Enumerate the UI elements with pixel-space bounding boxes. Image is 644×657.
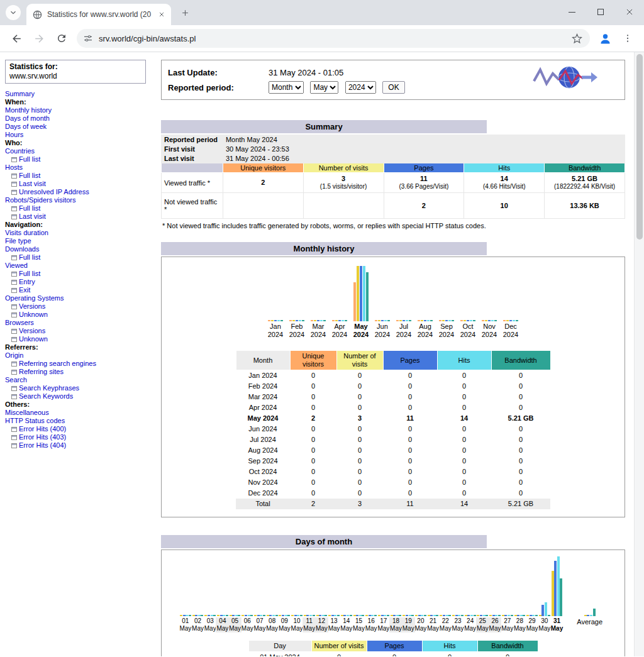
sidebar-item-countries[interactable]: Countries	[5, 147, 156, 155]
forward-button[interactable]	[29, 28, 49, 48]
bandwidth-bar	[374, 615, 377, 616]
sidebar-item-last-visit[interactable]: Last visit	[5, 213, 156, 221]
sidebar-item-downloads[interactable]: Downloads	[5, 245, 156, 253]
visits-bar	[242, 615, 244, 616]
sidebar-item-viewed[interactable]: Viewed	[5, 262, 156, 270]
browser-tab[interactable]: Statistics for www.srv.world (20	[26, 4, 171, 25]
average-bars	[584, 556, 596, 616]
sidebar-item-label: Entry	[19, 278, 35, 285]
average-label: Average	[577, 618, 602, 626]
sidebar-item-exit[interactable]: Exit	[5, 286, 156, 294]
sidebar-item-referring-search-engines[interactable]: Referring search engines	[5, 360, 156, 368]
sidebar-item-last-visit[interactable]: Last visit	[5, 180, 156, 188]
month-name: Dec	[503, 323, 518, 331]
month-bars	[332, 263, 348, 321]
month-column-nov-2024: Nov2024	[479, 263, 500, 339]
sidebar-item-unknown[interactable]: Unknown	[5, 335, 156, 343]
sidebar-item-file-type[interactable]: File type	[5, 237, 156, 245]
day-month: May	[229, 625, 241, 632]
hits-bar	[406, 320, 408, 321]
pages-bar	[554, 561, 557, 616]
sidebar-item-error-hits-403[interactable]: Error Hits (403)	[5, 433, 156, 441]
day-column-5: 05May	[229, 556, 242, 632]
sidebar-item-versions[interactable]: Versions	[5, 327, 156, 335]
address-bar[interactable]: srv.world/cgi-bin/awstats.pl	[77, 29, 590, 48]
sidebar-item-origin[interactable]: Origin	[5, 351, 156, 360]
sidebar-item-unknown[interactable]: Unknown	[5, 311, 156, 319]
bandwidth-bar	[409, 320, 411, 321]
sidebar-item-label: Summary	[5, 90, 35, 97]
sidebar-item-referring-sites[interactable]: Referring sites	[5, 368, 156, 376]
day-month: May	[266, 625, 278, 632]
tab-search-button[interactable]	[6, 5, 21, 20]
row-label: Oct 2024	[236, 467, 290, 477]
sidebar-item-versions[interactable]: Versions	[5, 302, 156, 311]
sidebar-item-full-list[interactable]: Full list	[5, 172, 156, 180]
ok-button[interactable]: OK	[382, 81, 404, 94]
period-granularity-select[interactable]: Month	[269, 81, 304, 94]
period-month-select[interactable]: May	[310, 81, 338, 94]
hits-bar	[427, 320, 430, 321]
sidebar-item-operating-systems[interactable]: Operating Systems	[5, 294, 156, 302]
new-tab-button[interactable]	[176, 4, 194, 21]
profile-button[interactable]	[595, 28, 615, 48]
window-minimize-button[interactable]	[557, 0, 586, 24]
sidebar-item-full-list[interactable]: Full list	[5, 155, 156, 163]
hits-bar	[470, 320, 472, 321]
back-button[interactable]	[6, 28, 26, 48]
list-bullet-icon	[11, 386, 17, 391]
reload-button[interactable]	[52, 28, 72, 48]
column-header-pages: Pages	[383, 351, 437, 370]
month-year: 2024	[332, 331, 347, 339]
tab-close-icon[interactable]	[156, 9, 167, 20]
sidebar-item-http-status-codes[interactable]: HTTP Status codes	[5, 417, 156, 425]
sidebar-item-label: Days of month	[5, 114, 50, 122]
sidebar-item-miscellaneous[interactable]: Miscellaneous	[5, 409, 156, 417]
pages-bar	[274, 320, 277, 321]
list-bullet-icon	[11, 206, 17, 211]
site-settings-icon[interactable]	[83, 33, 93, 43]
sidebar-item-hosts[interactable]: Hosts	[5, 163, 156, 172]
sidebar-item-label: Unknown	[19, 335, 48, 343]
menu-button[interactable]	[618, 28, 638, 48]
sidebar-item-full-list[interactable]: Full list	[5, 270, 156, 278]
sidebar-item-visits-duration[interactable]: Visits duration	[5, 229, 156, 237]
sidebar-item-search-keywords[interactable]: Search Keywords	[5, 392, 156, 400]
sidebar-item-search[interactable]: Search	[5, 376, 156, 384]
sidebar-item-entry[interactable]: Entry	[5, 278, 156, 286]
month-label: Jun2024	[375, 323, 390, 339]
list-bullet-icon	[11, 329, 17, 334]
pages-bar	[338, 320, 341, 321]
sidebar-item-monthly-history[interactable]: Monthly history	[5, 106, 156, 114]
sidebar-item-days-of-week[interactable]: Days of week	[5, 123, 156, 131]
sidebar-item-summary[interactable]: Summary	[5, 90, 156, 98]
day-number: 29	[526, 617, 538, 625]
day-column-31: 31May	[551, 556, 564, 632]
sidebar-item-full-list[interactable]: Full list	[5, 253, 156, 262]
day-month: May	[427, 625, 439, 632]
sidebar-item-error-hits-400[interactable]: Error Hits (400)	[5, 425, 156, 433]
bandwidth-bar	[535, 615, 538, 616]
awstats-logo[interactable]	[533, 62, 598, 97]
hits-bar	[235, 615, 238, 616]
pages-bar	[418, 615, 421, 616]
hits-bar	[341, 320, 344, 321]
bookmark-star-icon[interactable]	[570, 31, 584, 45]
window-close-button[interactable]	[615, 0, 644, 24]
scrollbar-thumb[interactable]	[636, 54, 643, 240]
sidebar-item-robots-spiders-visitors[interactable]: Robots/Spiders visitors	[5, 196, 156, 204]
list-bullet-icon	[11, 435, 17, 440]
scrollbar[interactable]	[634, 52, 644, 656]
sidebar-item-search-keyphrases[interactable]: Search Keyphrases	[5, 384, 156, 392]
value-main: 5.21 GB	[547, 175, 622, 183]
month-bars	[396, 263, 412, 321]
sidebar-item-error-hits-404[interactable]: Error Hits (404)	[5, 441, 156, 450]
day-label: 19May	[402, 617, 415, 632]
sidebar-item-days-of-month[interactable]: Days of month	[5, 114, 156, 123]
sidebar-item-unresolved-ip-address[interactable]: Unresolved IP Address	[5, 188, 156, 196]
sidebar-item-full-list[interactable]: Full list	[5, 204, 156, 213]
period-year-select[interactable]: 2024	[345, 81, 376, 94]
window-maximize-button[interactable]	[586, 0, 615, 24]
sidebar-item-browsers[interactable]: Browsers	[5, 319, 156, 327]
sidebar-item-hours[interactable]: Hours	[5, 131, 156, 139]
